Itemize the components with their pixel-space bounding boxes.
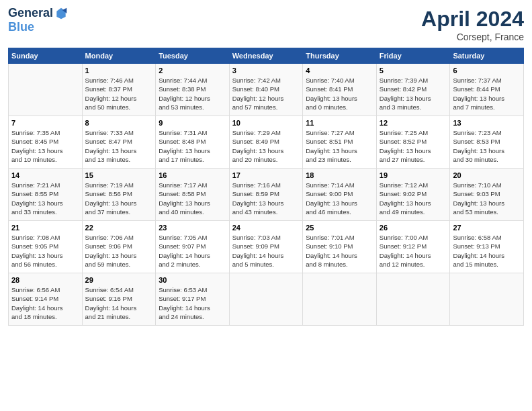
day-number: 8 bbox=[85, 119, 153, 127]
calendar-cell-4-5 bbox=[376, 273, 450, 326]
day-info: Sunrise: 7:06 AM Sunset: 9:06 PM Dayligh… bbox=[85, 233, 153, 269]
day-info: Sunrise: 6:56 AM Sunset: 9:14 PM Dayligh… bbox=[11, 285, 79, 321]
day-info: Sunrise: 6:54 AM Sunset: 9:16 PM Dayligh… bbox=[85, 285, 153, 321]
calendar-cell-3-3: 24Sunrise: 7:03 AM Sunset: 9:09 PM Dayli… bbox=[229, 221, 303, 273]
day-number: 13 bbox=[453, 119, 521, 127]
day-number: 28 bbox=[11, 276, 79, 284]
calendar-cell-1-3: 10Sunrise: 7:29 AM Sunset: 8:49 PM Dayli… bbox=[229, 116, 303, 169]
calendar-cell-2-0: 14Sunrise: 7:21 AM Sunset: 8:55 PM Dayli… bbox=[9, 169, 83, 221]
day-number: 4 bbox=[306, 66, 373, 75]
logo: General Blue bbox=[8, 7, 69, 34]
calendar-week-1: 7Sunrise: 7:35 AM Sunset: 8:45 PM Daylig… bbox=[9, 116, 524, 169]
day-info: Sunrise: 7:31 AM Sunset: 8:48 PM Dayligh… bbox=[159, 128, 226, 164]
day-info: Sunrise: 7:25 AM Sunset: 8:52 PM Dayligh… bbox=[380, 128, 447, 164]
logo-text: General bbox=[8, 7, 53, 20]
calendar-cell-0-4: 4Sunrise: 7:40 AM Sunset: 8:41 PM Daylig… bbox=[303, 64, 377, 116]
calendar-cell-2-1: 15Sunrise: 7:19 AM Sunset: 8:56 PM Dayli… bbox=[82, 169, 156, 221]
header-thursday: Thursday bbox=[303, 48, 377, 64]
day-info: Sunrise: 7:19 AM Sunset: 8:56 PM Dayligh… bbox=[85, 181, 153, 216]
day-number: 19 bbox=[380, 171, 447, 179]
calendar-cell-1-5: 12Sunrise: 7:25 AM Sunset: 8:52 PM Dayli… bbox=[376, 116, 450, 169]
header-saturday: Saturday bbox=[450, 48, 524, 64]
calendar-week-4: 28Sunrise: 6:56 AM Sunset: 9:14 PM Dayli… bbox=[9, 273, 524, 326]
day-number: 6 bbox=[453, 66, 521, 75]
day-number: 24 bbox=[232, 224, 300, 232]
day-info: Sunrise: 7:01 AM Sunset: 9:10 PM Dayligh… bbox=[306, 233, 373, 269]
day-number: 25 bbox=[306, 224, 373, 232]
day-number: 2 bbox=[159, 66, 226, 75]
day-info: Sunrise: 6:53 AM Sunset: 9:17 PM Dayligh… bbox=[159, 285, 226, 321]
calendar-week-0: 1Sunrise: 7:46 AM Sunset: 8:37 PM Daylig… bbox=[9, 64, 524, 116]
header-monday: Monday bbox=[82, 48, 156, 64]
calendar-cell-0-2: 2Sunrise: 7:44 AM Sunset: 8:38 PM Daylig… bbox=[156, 64, 230, 116]
day-info: Sunrise: 7:03 AM Sunset: 9:09 PM Dayligh… bbox=[232, 233, 300, 269]
calendar-cell-2-2: 16Sunrise: 7:17 AM Sunset: 8:58 PM Dayli… bbox=[156, 169, 230, 221]
day-number: 1 bbox=[85, 66, 153, 75]
day-number: 30 bbox=[159, 276, 226, 284]
day-number: 5 bbox=[380, 66, 447, 75]
day-info: Sunrise: 7:44 AM Sunset: 8:38 PM Dayligh… bbox=[159, 76, 226, 111]
day-info: Sunrise: 7:27 AM Sunset: 8:51 PM Dayligh… bbox=[306, 128, 373, 164]
calendar-cell-4-4 bbox=[303, 273, 377, 326]
day-number: 12 bbox=[380, 119, 447, 127]
day-number: 17 bbox=[232, 171, 300, 179]
day-number: 3 bbox=[232, 66, 300, 75]
day-number: 18 bbox=[306, 171, 373, 179]
day-number: 29 bbox=[85, 276, 153, 284]
calendar-cell-4-1: 29Sunrise: 6:54 AM Sunset: 9:16 PM Dayli… bbox=[82, 273, 156, 326]
subtitle: Corsept, France bbox=[421, 32, 524, 42]
day-info: Sunrise: 7:16 AM Sunset: 8:59 PM Dayligh… bbox=[232, 181, 300, 216]
day-info: Sunrise: 7:29 AM Sunset: 8:49 PM Dayligh… bbox=[232, 128, 300, 164]
day-info: Sunrise: 7:37 AM Sunset: 8:44 PM Dayligh… bbox=[453, 76, 521, 111]
day-info: Sunrise: 6:58 AM Sunset: 9:13 PM Dayligh… bbox=[453, 233, 521, 269]
page-header: General Blue April 2024 Corsept, France bbox=[8, 7, 524, 42]
day-info: Sunrise: 7:42 AM Sunset: 8:40 PM Dayligh… bbox=[232, 76, 300, 111]
header-sunday: Sunday bbox=[9, 48, 83, 64]
calendar-cell-1-0: 7Sunrise: 7:35 AM Sunset: 8:45 PM Daylig… bbox=[9, 116, 83, 169]
day-number: 27 bbox=[453, 224, 521, 232]
calendar-cell-1-6: 13Sunrise: 7:23 AM Sunset: 8:53 PM Dayli… bbox=[450, 116, 524, 169]
calendar-cell-3-1: 22Sunrise: 7:06 AM Sunset: 9:06 PM Dayli… bbox=[82, 221, 156, 273]
day-number: 14 bbox=[11, 171, 79, 179]
calendar-cell-2-6: 20Sunrise: 7:10 AM Sunset: 9:03 PM Dayli… bbox=[450, 169, 524, 221]
day-info: Sunrise: 7:35 AM Sunset: 8:45 PM Dayligh… bbox=[11, 128, 79, 164]
day-info: Sunrise: 7:33 AM Sunset: 8:47 PM Dayligh… bbox=[85, 128, 153, 164]
main-title: April 2024 bbox=[421, 7, 524, 32]
calendar-cell-4-2: 30Sunrise: 6:53 AM Sunset: 9:17 PM Dayli… bbox=[156, 273, 230, 326]
header-wednesday: Wednesday bbox=[229, 48, 303, 64]
day-number: 21 bbox=[11, 224, 79, 232]
day-info: Sunrise: 7:10 AM Sunset: 9:03 PM Dayligh… bbox=[453, 181, 521, 216]
calendar-cell-4-6 bbox=[450, 273, 524, 326]
calendar-cell-4-3 bbox=[229, 273, 303, 326]
header-friday: Friday bbox=[376, 48, 450, 64]
day-info: Sunrise: 7:05 AM Sunset: 9:07 PM Dayligh… bbox=[159, 233, 226, 269]
day-info: Sunrise: 7:17 AM Sunset: 8:58 PM Dayligh… bbox=[159, 181, 226, 216]
day-info: Sunrise: 7:46 AM Sunset: 8:37 PM Dayligh… bbox=[85, 76, 153, 111]
calendar-cell-2-5: 19Sunrise: 7:12 AM Sunset: 9:02 PM Dayli… bbox=[376, 169, 450, 221]
day-info: Sunrise: 7:14 AM Sunset: 9:00 PM Dayligh… bbox=[306, 181, 373, 216]
calendar-cell-4-0: 28Sunrise: 6:56 AM Sunset: 9:14 PM Dayli… bbox=[9, 273, 83, 326]
page-container: General Blue April 2024 Corsept, France … bbox=[0, 0, 532, 332]
day-number: 7 bbox=[11, 119, 79, 127]
calendar-cell-3-0: 21Sunrise: 7:08 AM Sunset: 9:05 PM Dayli… bbox=[9, 221, 83, 273]
header-tuesday: Tuesday bbox=[156, 48, 230, 64]
calendar-cell-3-4: 25Sunrise: 7:01 AM Sunset: 9:10 PM Dayli… bbox=[303, 221, 377, 273]
day-info: Sunrise: 7:23 AM Sunset: 8:53 PM Dayligh… bbox=[453, 128, 521, 164]
day-info: Sunrise: 7:39 AM Sunset: 8:42 PM Dayligh… bbox=[380, 76, 447, 111]
calendar-cell-3-5: 26Sunrise: 7:00 AM Sunset: 9:12 PM Dayli… bbox=[376, 221, 450, 273]
calendar-cell-1-4: 11Sunrise: 7:27 AM Sunset: 8:51 PM Dayli… bbox=[303, 116, 377, 169]
calendar-table: Sunday Monday Tuesday Wednesday Thursday… bbox=[8, 48, 524, 326]
day-info: Sunrise: 7:00 AM Sunset: 9:12 PM Dayligh… bbox=[380, 233, 447, 269]
day-info: Sunrise: 7:08 AM Sunset: 9:05 PM Dayligh… bbox=[11, 233, 79, 269]
calendar-cell-3-6: 27Sunrise: 6:58 AM Sunset: 9:13 PM Dayli… bbox=[450, 221, 524, 273]
calendar-cell-1-2: 9Sunrise: 7:31 AM Sunset: 8:48 PM Daylig… bbox=[156, 116, 230, 169]
calendar-cell-0-1: 1Sunrise: 7:46 AM Sunset: 8:37 PM Daylig… bbox=[82, 64, 156, 116]
calendar-header-row: Sunday Monday Tuesday Wednesday Thursday… bbox=[9, 48, 524, 64]
day-number: 9 bbox=[159, 119, 226, 127]
day-number: 16 bbox=[159, 171, 226, 179]
day-info: Sunrise: 7:12 AM Sunset: 9:02 PM Dayligh… bbox=[380, 181, 447, 216]
calendar-cell-0-0 bbox=[9, 64, 83, 116]
day-number: 23 bbox=[159, 224, 226, 232]
calendar-cell-1-1: 8Sunrise: 7:33 AM Sunset: 8:47 PM Daylig… bbox=[82, 116, 156, 169]
calendar-cell-2-4: 18Sunrise: 7:14 AM Sunset: 9:00 PM Dayli… bbox=[303, 169, 377, 221]
